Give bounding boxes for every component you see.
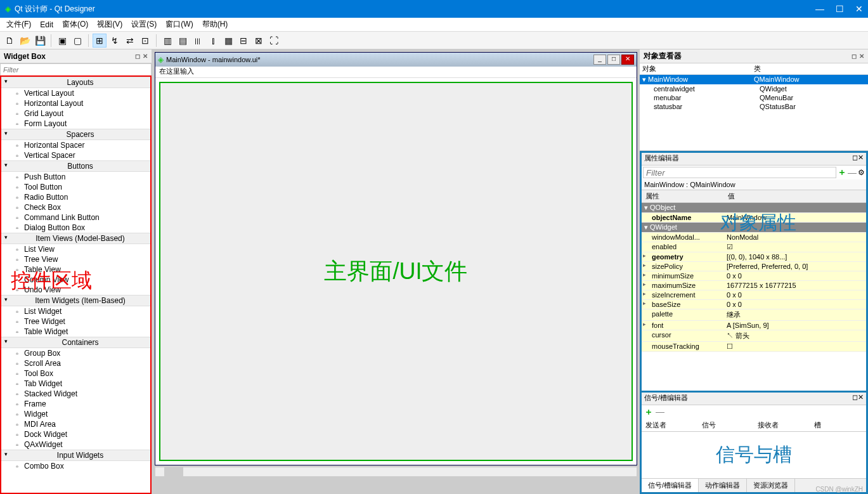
form-minimize-button[interactable]: _ — [593, 55, 606, 65]
menu-window[interactable]: 窗口(W) — [162, 18, 197, 31]
widget-item[interactable]: ▫Radio Button — [1, 192, 150, 202]
widget-item[interactable]: ▫Tree View — [1, 254, 150, 264]
edit-signals-icon[interactable]: ↯ — [108, 34, 122, 48]
remove-connection-icon[interactable]: — — [656, 406, 664, 418]
layout-vert-icon[interactable]: ▤ — [176, 34, 190, 48]
widget-item[interactable]: ▫MDI Area — [1, 419, 150, 429]
menu-help[interactable]: 帮助(H) — [198, 18, 232, 31]
bring-front-icon[interactable]: ▢ — [70, 34, 84, 48]
widget-item[interactable]: ▫Push Button — [1, 172, 150, 182]
property-row[interactable]: enabled☑ — [642, 242, 866, 252]
property-section[interactable]: ▾ QObject — [642, 203, 866, 213]
widget-item[interactable]: ▫Tab Widget — [1, 379, 150, 389]
menu-edit[interactable]: Edit — [36, 19, 57, 30]
menu-settings[interactable]: 设置(S) — [127, 18, 160, 31]
object-row[interactable]: statusbarQStatusBar — [640, 102, 868, 111]
open-file-icon[interactable]: 📂 — [18, 34, 32, 48]
property-row[interactable]: objectNameMainWindow — [642, 213, 866, 223]
tab-action[interactable]: 动作编辑器 — [699, 479, 747, 492]
edit-buddies-icon[interactable]: ⇄ — [123, 34, 137, 48]
adjust-size-icon[interactable]: ⛶ — [267, 34, 281, 48]
tab-sigslot[interactable]: 信号/槽编辑器 — [642, 479, 699, 492]
property-section[interactable]: ▾ QWidget — [642, 223, 866, 233]
form-window[interactable]: ◈ MainWindow - mainwindow.ui* _ □ ✕ 在这里输… — [155, 52, 637, 465]
property-row[interactable]: ▸minimumSize0 x 0 — [642, 271, 866, 281]
form-close-button[interactable]: ✕ — [621, 55, 634, 65]
widget-item[interactable]: ▫Frame — [1, 399, 150, 409]
float-icon[interactable]: ◻ — [852, 393, 858, 401]
property-row[interactable]: ▸baseSize0 x 0 — [642, 300, 866, 309]
edit-widgets-icon[interactable]: ⊞ — [93, 34, 107, 48]
property-row[interactable]: ▸sizeIncrement0 x 0 — [642, 290, 866, 300]
horizontal-scrollbar[interactable] — [155, 467, 637, 477]
widget-item[interactable]: ▫QAxWidget — [1, 439, 150, 450]
close-button[interactable]: ✕ — [855, 4, 863, 14]
edit-tab-order-icon[interactable]: ⊡ — [138, 34, 152, 48]
property-value[interactable]: MainWindow — [724, 213, 866, 222]
widget-item[interactable]: ▫Dock Widget — [1, 429, 150, 439]
add-dynamic-property-icon[interactable]: ＋ — [838, 167, 846, 178]
widget-category[interactable]: ▾Layouts — [1, 77, 150, 88]
widget-item[interactable]: ▫Dialog Button Box — [1, 223, 150, 233]
widget-item[interactable]: ▫Table Widget — [1, 327, 150, 337]
widget-item[interactable]: ▫Horizontal Spacer — [1, 140, 150, 150]
float-icon[interactable]: ◻ — [852, 53, 857, 60]
form-maximize-button[interactable]: □ — [607, 55, 620, 65]
property-value[interactable]: ↖ 箭头 — [724, 330, 866, 341]
form-menubar-hint[interactable]: 在这里输入 — [155, 67, 637, 78]
save-file-icon[interactable]: 💾 — [33, 34, 47, 48]
object-row[interactable]: ▾ MainWindowQMainWindow — [640, 75, 868, 84]
widget-item[interactable]: ▫Combo Box — [1, 461, 150, 471]
break-layout-icon[interactable]: ⊠ — [252, 34, 266, 48]
layout-horiz-icon[interactable]: ▥ — [160, 34, 174, 48]
widget-category[interactable]: ▾Spacers — [1, 129, 150, 140]
menu-file[interactable]: 文件(F) — [3, 18, 35, 31]
layout-form-icon[interactable]: ⊟ — [236, 34, 250, 48]
widget-item[interactable]: ▫Scroll Area — [1, 358, 150, 368]
property-value[interactable]: [(0, 0), 1040 x 88...] — [724, 252, 866, 261]
property-value[interactable]: 0 x 0 — [724, 271, 866, 280]
property-value[interactable]: 16777215 x 16777215 — [724, 281, 866, 290]
property-value[interactable]: NonModal — [724, 233, 866, 242]
layout-grid-icon[interactable]: ▦ — [221, 34, 235, 48]
config-icon[interactable]: ⚙ — [858, 168, 865, 177]
widget-item[interactable]: ▫Grid Layout — [1, 108, 150, 119]
widget-category[interactable]: ▾Buttons — [1, 160, 150, 172]
property-row[interactable]: ▸geometry[(0, 0), 1040 x 88...] — [642, 252, 866, 262]
property-row[interactable]: cursor↖ 箭头 — [642, 330, 866, 342]
new-file-icon[interactable]: 🗋 — [3, 34, 16, 48]
layout-horiz-splitter-icon[interactable]: ⫼ — [191, 34, 205, 48]
widget-item[interactable]: ▫Check Box — [1, 202, 150, 212]
close-panel-icon[interactable]: ✕ — [143, 53, 148, 60]
layout-vert-splitter-icon[interactable]: ⫿ — [206, 34, 220, 48]
property-row[interactable]: mouseTracking☐ — [642, 342, 866, 352]
property-row[interactable]: ▸fontA [SimSun, 9] — [642, 321, 866, 330]
widget-item[interactable]: ▫Vertical Spacer — [1, 150, 150, 160]
menu-view[interactable]: 视图(V) — [93, 18, 126, 31]
property-value[interactable]: A [SimSun, 9] — [724, 321, 866, 330]
widget-item[interactable]: ▫Tool Button — [1, 182, 150, 192]
close-panel-icon[interactable]: ✕ — [858, 393, 864, 401]
widget-category[interactable]: ▾Item Views (Model-Based) — [1, 233, 150, 244]
widget-item[interactable]: ▫Group Box — [1, 348, 150, 358]
signal-slot-body[interactable]: 信号与槽 — [642, 432, 866, 478]
property-filter-input[interactable] — [643, 167, 836, 178]
property-value[interactable]: ☑ — [724, 242, 866, 252]
widget-box-list[interactable]: ▾Layouts▫Vertical Layout▫Horizontal Layo… — [0, 75, 152, 494]
widget-category[interactable]: ▾Containers — [1, 337, 150, 348]
property-value[interactable]: 0 x 0 — [724, 290, 866, 299]
property-list[interactable]: ▾ QObjectobjectNameMainWindow▾ QWidgetwi… — [642, 203, 866, 391]
widget-item[interactable]: ▫Tool Box — [1, 368, 150, 379]
send-back-icon[interactable]: ▣ — [55, 34, 69, 48]
property-value[interactable]: 0 x 0 — [724, 300, 866, 309]
tab-resource[interactable]: 资源浏览器 — [747, 479, 795, 492]
widget-item[interactable]: ▫Tree Widget — [1, 316, 150, 327]
property-value[interactable]: 继承 — [724, 309, 866, 320]
widget-item[interactable]: ▫Command Link Button — [1, 212, 150, 223]
remove-property-icon[interactable]: — — [848, 167, 857, 178]
widget-item[interactable]: ▫Widget — [1, 409, 150, 419]
property-row[interactable]: windowModal...NonModal — [642, 233, 866, 242]
widget-item[interactable]: ▫List View — [1, 244, 150, 254]
widget-item[interactable]: ▫Stacked Widget — [1, 389, 150, 399]
minimize-button[interactable]: — — [815, 4, 824, 14]
